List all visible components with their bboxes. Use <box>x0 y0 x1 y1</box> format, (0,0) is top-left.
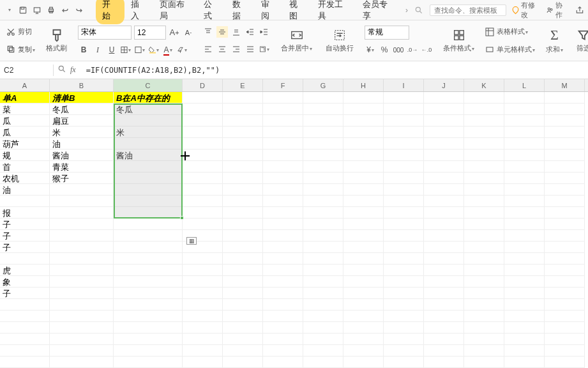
cell-H2[interactable] <box>343 103 384 115</box>
align-top-icon[interactable] <box>202 26 214 38</box>
cell-I24[interactable] <box>384 356 424 368</box>
cell-J21[interactable] <box>424 322 464 334</box>
cell-C14[interactable] <box>114 241 183 253</box>
cell-J4[interactable] <box>424 126 464 138</box>
increase-indent-icon[interactable] <box>259 26 270 38</box>
cell-M6[interactable] <box>545 150 585 161</box>
cell-J8[interactable] <box>424 172 464 184</box>
cond-format-button[interactable]: 条件格式 <box>441 27 477 54</box>
cell-I12[interactable] <box>384 218 424 230</box>
cell-A8[interactable]: 农机 <box>0 172 50 184</box>
cell-D12[interactable] <box>183 218 223 230</box>
cell-K7[interactable] <box>464 161 504 172</box>
col-header-C[interactable]: C <box>114 79 183 91</box>
wrap-button[interactable]: 自动换行 <box>323 27 356 54</box>
cell-C10[interactable] <box>114 195 183 207</box>
col-header-D[interactable]: D <box>183 79 223 91</box>
cell-L6[interactable] <box>504 150 545 161</box>
cell-E24[interactable] <box>223 356 263 368</box>
cell-J13[interactable] <box>424 230 464 241</box>
cell-G15[interactable] <box>303 253 343 264</box>
cell-H16[interactable] <box>343 264 384 276</box>
cell-M7[interactable] <box>545 161 585 172</box>
fill-color-button[interactable] <box>148 44 160 56</box>
cell-I13[interactable] <box>384 230 424 241</box>
merge-button[interactable]: 合并居中 <box>278 27 315 54</box>
cell-D24[interactable] <box>183 356 223 368</box>
cell-I3[interactable] <box>384 115 424 126</box>
cell-M20[interactable] <box>545 310 585 322</box>
decrease-decimal-icon[interactable]: ←.0 <box>421 44 432 56</box>
cell-G8[interactable] <box>303 172 343 184</box>
cell-E23[interactable] <box>223 345 263 356</box>
cell-F9[interactable] <box>263 184 303 195</box>
cell-F11[interactable] <box>263 207 303 218</box>
cell-J6[interactable] <box>424 150 464 161</box>
cell-J11[interactable] <box>424 207 464 218</box>
cell-E20[interactable] <box>223 310 263 322</box>
cell-K22[interactable] <box>464 334 504 345</box>
cell-F8[interactable] <box>263 172 303 184</box>
cell-D6[interactable] <box>183 150 223 161</box>
cell-H5[interactable] <box>343 138 384 150</box>
cell-B16[interactable] <box>50 264 114 276</box>
cell-B19[interactable] <box>50 299 114 310</box>
cell-F6[interactable] <box>263 150 303 161</box>
cell-I20[interactable] <box>384 310 424 322</box>
cell-E6[interactable] <box>223 150 263 161</box>
cell-A9[interactable]: 油 <box>0 184 50 195</box>
cell-C20[interactable] <box>114 310 183 322</box>
cell-H19[interactable] <box>343 299 384 310</box>
cell-E3[interactable] <box>223 115 263 126</box>
name-box[interactable]: C2 <box>0 65 54 76</box>
cell-D2[interactable] <box>183 103 223 115</box>
increase-font-icon[interactable]: A+ <box>169 27 180 38</box>
cell-B18[interactable] <box>50 288 114 299</box>
cell-C8[interactable] <box>114 172 183 184</box>
cell-G7[interactable] <box>303 161 343 172</box>
cell-F5[interactable] <box>263 138 303 150</box>
filter-button[interactable]: 筛选 <box>574 27 588 54</box>
cell-D8[interactable] <box>183 172 223 184</box>
border-button[interactable] <box>120 44 132 56</box>
cell-I7[interactable] <box>384 161 424 172</box>
tab-formula[interactable]: 公式 <box>197 0 226 24</box>
cell-M24[interactable] <box>545 356 585 368</box>
cell-H8[interactable] <box>343 172 384 184</box>
cell-H12[interactable] <box>343 218 384 230</box>
cell-B6[interactable]: 酱油 <box>50 150 114 161</box>
cell-E15[interactable] <box>223 253 263 264</box>
cell-C7[interactable] <box>114 161 183 172</box>
cell-M9[interactable] <box>545 184 585 195</box>
cell-L24[interactable] <box>504 356 545 368</box>
cell-L23[interactable] <box>504 345 545 356</box>
cell-K20[interactable] <box>464 310 504 322</box>
cell-L21[interactable] <box>504 322 545 334</box>
cell-E1[interactable] <box>223 92 263 103</box>
cell-F13[interactable] <box>263 230 303 241</box>
collab-button[interactable]: 协作 <box>546 1 568 20</box>
cell-F24[interactable] <box>263 356 303 368</box>
cell-K10[interactable] <box>464 195 504 207</box>
cell-A1[interactable]: 单A <box>0 92 50 103</box>
cell-F3[interactable] <box>263 115 303 126</box>
zoom-icon[interactable] <box>57 65 66 75</box>
cell-D9[interactable] <box>183 184 223 195</box>
cell-J20[interactable] <box>424 310 464 322</box>
cell-J1[interactable] <box>424 92 464 103</box>
cell-I23[interactable] <box>384 345 424 356</box>
cell-F20[interactable] <box>263 310 303 322</box>
cell-H17[interactable] <box>343 276 384 288</box>
cell-M22[interactable] <box>545 334 585 345</box>
cell-L12[interactable] <box>504 218 545 230</box>
cell-E18[interactable] <box>223 288 263 299</box>
cell-E21[interactable] <box>223 322 263 334</box>
cell-L18[interactable] <box>504 288 545 299</box>
font-size-select[interactable] <box>134 26 166 40</box>
col-header-J[interactable]: J <box>424 79 464 91</box>
cell-M16[interactable] <box>545 264 585 276</box>
cell-D22[interactable] <box>183 334 223 345</box>
cell-G24[interactable] <box>303 356 343 368</box>
orientation-icon[interactable] <box>259 43 270 55</box>
cell-I21[interactable] <box>384 322 424 334</box>
